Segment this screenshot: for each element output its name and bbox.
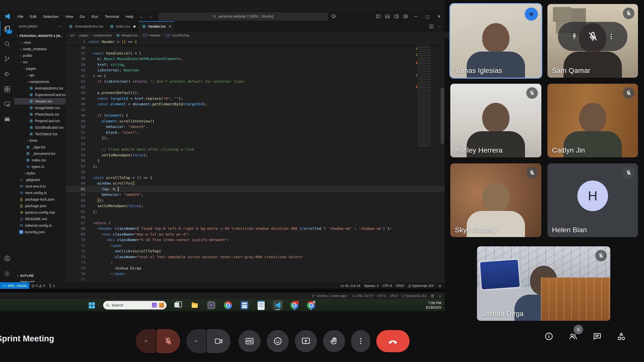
history-back-icon[interactable]: ←: [137, 14, 146, 19]
breadcrumb[interactable]: src›pages›components›Header.tsx›[ƒ]Heade…: [66, 32, 449, 39]
history-forward-icon[interactable]: →: [146, 14, 155, 19]
tree-item-_document.tsx[interactable]: _document.tsx: [14, 150, 66, 157]
menu-go[interactable]: Go: [76, 12, 88, 21]
code-line[interactable]: 41 ) => {: [66, 73, 445, 79]
tree-item-api[interactable]: ›api: [14, 72, 66, 78]
more-options-button[interactable]: [351, 330, 370, 352]
code-line[interactable]: 76 </span>: [66, 271, 445, 277]
code-line[interactable]: 57 };: [66, 164, 445, 169]
tab-animatedintro.tsx[interactable]: AnimatedIntro.tsx: [66, 21, 107, 32]
menu-view[interactable]: View: [62, 12, 76, 21]
tree-item-tsconfig.json[interactable]: TStsconfig.json: [14, 229, 66, 235]
taskbar-chrome2-icon[interactable]: [289, 300, 299, 310]
tree-item-package-lock.json[interactable]: {}package-lock.json: [14, 196, 66, 203]
mic-off-icon[interactable]: [587, 31, 599, 42]
taskbar-vscode-icon[interactable]: [273, 300, 283, 310]
code-line[interactable]: 40 isExternal: boolean: [66, 67, 445, 73]
notifications-bell-icon[interactable]: [438, 294, 442, 298]
menu-file[interactable]: File: [14, 12, 27, 21]
more-options-icon[interactable]: [608, 33, 615, 40]
code-line[interactable]: 38 e: React.MouseEvent<HTMLAnchorElement…: [66, 56, 445, 62]
code-line[interactable]: 54 // Close mobile menu after clicking a…: [66, 147, 445, 152]
code-line[interactable]: 66: [66, 214, 445, 220]
participant-tile[interactable]: Caitlyn Jin: [547, 84, 638, 157]
split-editor-icon[interactable]: [429, 24, 434, 29]
tree-item-photostack.tsx[interactable]: PhotoStack.tsx: [14, 111, 66, 118]
code-line[interactable]: 53: [66, 141, 445, 147]
remote-indicator[interactable]: WSL: Ubuntu: [0, 282, 29, 289]
editor-more-icon[interactable]: ⋯: [437, 24, 441, 29]
tree-item-tailwind.config.ts[interactable]: TStailwind.config.ts: [14, 222, 66, 229]
microphone-muted-button[interactable]: [156, 329, 180, 353]
run-debug-icon[interactable]: [0, 66, 14, 81]
status-item[interactable]: Spaces: 2: [364, 284, 379, 288]
close-tab-icon[interactable]: ×: [169, 24, 171, 29]
command-center-search[interactable]: personal website 2 [WSL: Ubuntu]: [158, 13, 328, 20]
code-line[interactable]: 69 <nav className="max-w-7xl mx-auto px-…: [66, 232, 445, 237]
minimize-button[interactable]: ─: [410, 12, 422, 21]
chat-button[interactable]: [592, 331, 603, 342]
search-view-icon[interactable]: [0, 36, 14, 51]
present-screen-button[interactable]: [295, 330, 317, 352]
code-line[interactable]: 48 if (element) {: [66, 113, 445, 118]
tree-item-readme.md[interactable]: README.md: [14, 216, 66, 222]
code-line[interactable]: 58: [66, 169, 445, 175]
toggle-panel-icon[interactable]: [385, 14, 390, 19]
captions-button[interactable]: [238, 330, 261, 352]
taskbar-explorer-icon[interactable]: [190, 300, 200, 310]
explorer-view-icon[interactable]: 1: [0, 21, 14, 36]
code-line[interactable]: 59 const scrollToTop = () => {: [66, 175, 445, 181]
code-line[interactable]: 72 onClick={scrollToTop}: [66, 248, 445, 254]
taskbar-start-icon[interactable]: [87, 300, 97, 310]
mic-options-button[interactable]: [136, 329, 156, 353]
taskbar-calculator-icon[interactable]: [239, 300, 250, 310]
tree-item-imageslider.tsx[interactable]: ImageSlider.tsx: [14, 105, 66, 111]
taskbar-clock[interactable]: 7:06 PM 3/19/2025: [426, 301, 441, 310]
tree-root[interactable]: ›PERSONAL-WEBSITE-2 [W...: [14, 33, 66, 39]
taskbar-notepad-icon[interactable]: [256, 300, 266, 310]
tab-index.tsx[interactable]: index.tsx: [107, 21, 139, 32]
code-line[interactable]: 47: [66, 107, 445, 113]
code-line[interactable]: 46 const element = document.getElementBy…: [66, 101, 445, 107]
status-item[interactable]: () TypeScript JSX: [402, 294, 427, 298]
tree-item-.next[interactable]: ›.next: [14, 39, 66, 46]
menu-terminal[interactable]: Terminal: [102, 12, 123, 21]
tree-item-public[interactable]: ›public: [14, 52, 66, 59]
reactions-button[interactable]: [267, 330, 289, 352]
code-line[interactable]: 42 if (isExternal) return; // Don't prev…: [66, 79, 445, 84]
taskbar-camera-icon[interactable]: [206, 300, 216, 310]
breadcrumb-item[interactable]: [ƒ]Header: [142, 33, 160, 37]
menu-selection[interactable]: Selection: [40, 12, 62, 21]
minimap[interactable]: [418, 39, 431, 147]
people-button[interactable]: [568, 331, 579, 342]
tree-item-animatedintro.tsx[interactable]: AnimatedIntro.tsx: [14, 85, 66, 92]
camera-options-button[interactable]: [186, 329, 206, 353]
code-line[interactable]: 60 window.scrollTo({: [66, 180, 445, 186]
code-line[interactable]: 45 const targetId = href.replace("#", ""…: [66, 96, 445, 102]
participant-tile[interactable]: Skye Slattery: [450, 163, 541, 237]
tree-item-experiencecard.tsx[interactable]: ExperienceCard.tsx: [14, 92, 66, 98]
tree-item-package.json[interactable]: {}package.json: [14, 203, 66, 209]
code-line[interactable]: 73 className="text-xl font-semibold curs…: [66, 254, 445, 260]
breadcrumb-item[interactable]: src: [70, 33, 75, 37]
settings-gear-icon[interactable]: [0, 266, 14, 281]
tree-item-index.tsx[interactable]: index.tsx: [14, 157, 66, 163]
code-line[interactable]: 52 });: [66, 135, 445, 141]
code-line[interactable]: 64 setIsMenuOpen(false);: [66, 203, 445, 209]
remote-explorer-icon[interactable]: [0, 97, 14, 112]
editor-scrollbar[interactable]: [441, 88, 444, 144]
tree-item-next-env.d.ts[interactable]: TSnext-env.d.ts: [14, 183, 66, 190]
timeline-section[interactable]: ›TIMELINE: [14, 279, 66, 282]
code-line[interactable]: 70 <div className="h-16 flex items-cente…: [66, 237, 445, 243]
status-item[interactable]: UTF-8: [377, 294, 386, 298]
code-line[interactable]: 74 >: [66, 260, 445, 265]
code-line[interactable]: 61 top: 0,: [66, 186, 445, 192]
camera-button[interactable]: [207, 329, 230, 353]
tree-item-postcss.config.mjs[interactable]: JSpostcss.config.mjs: [14, 209, 66, 216]
code-line[interactable]: 37 const handleScroll = (: [66, 51, 445, 56]
tree-item-techstack.tsx[interactable]: TechStack.tsx: [14, 131, 66, 137]
activities-button[interactable]: [616, 331, 627, 342]
pin-icon[interactable]: [571, 33, 578, 40]
code-line[interactable]: 39 href: string,: [66, 62, 445, 68]
tab-header.tsx[interactable]: Header.tsx×: [139, 21, 174, 32]
